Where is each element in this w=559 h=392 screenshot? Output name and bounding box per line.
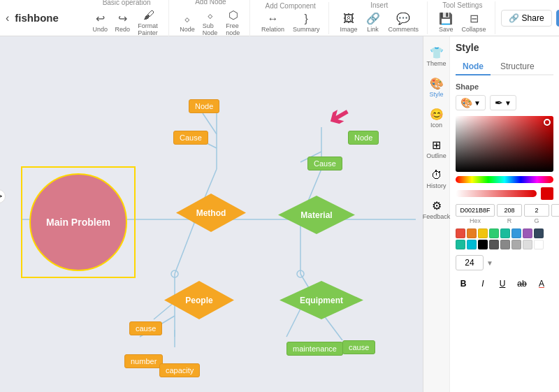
outline-icon: ⊞: [432, 138, 441, 152]
panel-icon-icon[interactable]: 😊 Icon: [424, 103, 449, 133]
free-node-button[interactable]: ⬡ Free node: [223, 7, 244, 38]
panel-icon-style[interactable]: 🎨 Style: [424, 73, 449, 102]
panel-icon-outline[interactable]: ⊞ Outline: [424, 134, 449, 164]
free-node-icon: ⬡: [228, 8, 238, 22]
stroke-chevron: ▼: [504, 99, 511, 107]
color-swatch[interactable]: [489, 228, 499, 238]
color-swatch[interactable]: [456, 228, 465, 238]
maintenance-node[interactable]: maintenance: [286, 342, 343, 356]
r-input[interactable]: [497, 204, 522, 217]
sub-node-label: Sub Node: [203, 22, 218, 36]
share-button[interactable]: 🔗 Share: [501, 10, 552, 27]
image-button[interactable]: 🖼 Image: [337, 11, 361, 34]
comments-button[interactable]: 💬 Comments: [386, 10, 422, 34]
color-swatch[interactable]: [467, 228, 477, 238]
summary-label: Summary: [293, 26, 320, 33]
main-problem-node[interactable]: Main Problem: [29, 173, 127, 271]
image-label: Image: [340, 26, 358, 33]
relation-button[interactable]: ↔ Relation: [259, 11, 287, 34]
share-label: Share: [522, 13, 544, 23]
node-button[interactable]: ⬦ Node: [177, 11, 197, 34]
color-swatch[interactable]: [500, 240, 510, 249]
node2[interactable]: Node: [348, 131, 379, 145]
add-node-group: Add Node ⬦ Node ⬦ Sub Node ⬡ Free node: [172, 0, 250, 38]
people-node[interactable]: People: [164, 281, 234, 319]
stroke-color-btn[interactable]: ✒ ▼: [490, 95, 516, 110]
cause3[interactable]: cause: [129, 321, 162, 335]
fill-icon: 🎨: [460, 97, 472, 108]
feedback-icon: ⚙: [432, 199, 442, 212]
color-swatch[interactable]: [523, 240, 532, 249]
color-swatch[interactable]: [534, 228, 544, 238]
font-color-button[interactable]: A: [534, 276, 549, 291]
cause4[interactable]: cause: [342, 340, 375, 354]
method-node[interactable]: Method: [176, 194, 246, 232]
capacity-node[interactable]: capacity: [159, 363, 200, 377]
color-swatch[interactable]: [467, 240, 477, 249]
g-input[interactable]: [524, 204, 549, 217]
color-swatch[interactable]: [456, 240, 465, 249]
undo-button[interactable]: ↩ Undo: [90, 10, 110, 34]
panel-icon-theme[interactable]: 👕 Theme: [424, 42, 449, 71]
color-swatch[interactable]: [534, 240, 544, 249]
fill-color-btn[interactable]: 🎨 ▼: [456, 95, 486, 110]
color-swatch[interactable]: [500, 228, 510, 238]
feedback-label: Feedback: [423, 213, 451, 220]
summary-icon: }: [305, 13, 308, 25]
diagram-canvas[interactable]: ➔ Main Problem Method Material People Eq…: [0, 36, 423, 392]
cause1-label: Cause: [180, 133, 202, 142]
link-button[interactable]: 🔗 Link: [363, 10, 383, 34]
number-node[interactable]: number: [124, 354, 163, 368]
sub-node-button[interactable]: ⬦ Sub Node: [200, 8, 220, 38]
font-size-input[interactable]: [456, 255, 484, 270]
export-button[interactable]: 📤 Export: [556, 10, 559, 27]
panel-icon-history[interactable]: ⏱ History: [424, 165, 449, 194]
cause3-label: cause: [136, 324, 156, 333]
style-label: Style: [429, 91, 443, 98]
bold-button[interactable]: B: [456, 276, 471, 291]
b-input[interactable]: [551, 204, 559, 217]
underline-button[interactable]: U: [495, 276, 510, 291]
strikethrough-button[interactable]: ab: [514, 276, 530, 291]
basic-operation-group: Basic operation ↩ Undo ↪ Redo 🖌 Format P…: [85, 0, 169, 38]
g-input-group: G: [524, 204, 549, 224]
cause1[interactable]: Cause: [173, 131, 208, 145]
opacity-slider[interactable]: [456, 190, 537, 197]
panel-icon-feedback[interactable]: ⚙ Feedback: [424, 195, 449, 224]
tab-node[interactable]: Node: [456, 59, 491, 75]
node1[interactable]: Node: [189, 99, 219, 113]
collapse-button[interactable]: ⊟ Collapse: [459, 10, 489, 34]
collapse-label: Collapse: [462, 26, 486, 33]
back-button[interactable]: ‹: [6, 12, 9, 24]
hex-input[interactable]: [456, 204, 495, 217]
format-painter-button[interactable]: 🖌 Format Painter: [135, 8, 163, 38]
right-panel: ≫ 👕 Theme 🎨 Style 😊 Icon ⊞ Outline ⏱ His…: [423, 36, 559, 392]
color-swatch[interactable]: [478, 228, 488, 238]
shape-section-title: Shape: [456, 82, 553, 91]
font-size-chevron[interactable]: ▼: [486, 259, 493, 267]
color-picker-gradient[interactable]: [456, 116, 553, 172]
tab-structure[interactable]: Structure: [493, 59, 542, 75]
color-swatch[interactable]: [523, 228, 532, 238]
color-swatch[interactable]: [478, 240, 488, 249]
svg-point-19: [171, 270, 178, 277]
material-node[interactable]: Material: [278, 196, 355, 234]
icon-label: Icon: [430, 122, 442, 129]
color-swatch[interactable]: [511, 228, 521, 238]
save-button[interactable]: 💾 Save: [436, 10, 456, 34]
redo-button[interactable]: ↪ Redo: [112, 10, 132, 34]
color-inputs: Hex R G B A: [456, 204, 553, 224]
relation-label: Relation: [261, 26, 284, 33]
equipment-node[interactable]: Equipment: [280, 281, 363, 319]
panel-tabs: Node Structure: [456, 59, 553, 75]
font-size-row: ▼: [456, 255, 553, 270]
cause2[interactable]: Cause: [307, 157, 342, 170]
arrow-indicator: ➔: [323, 99, 356, 135]
r-label: R: [507, 217, 512, 224]
node1-label: Node: [195, 102, 213, 110]
italic-button[interactable]: I: [475, 276, 491, 291]
summary-button[interactable]: } Summary: [290, 11, 323, 34]
color-swatch[interactable]: [489, 240, 499, 249]
hue-slider[interactable]: [456, 176, 553, 183]
color-swatch[interactable]: [511, 240, 521, 249]
